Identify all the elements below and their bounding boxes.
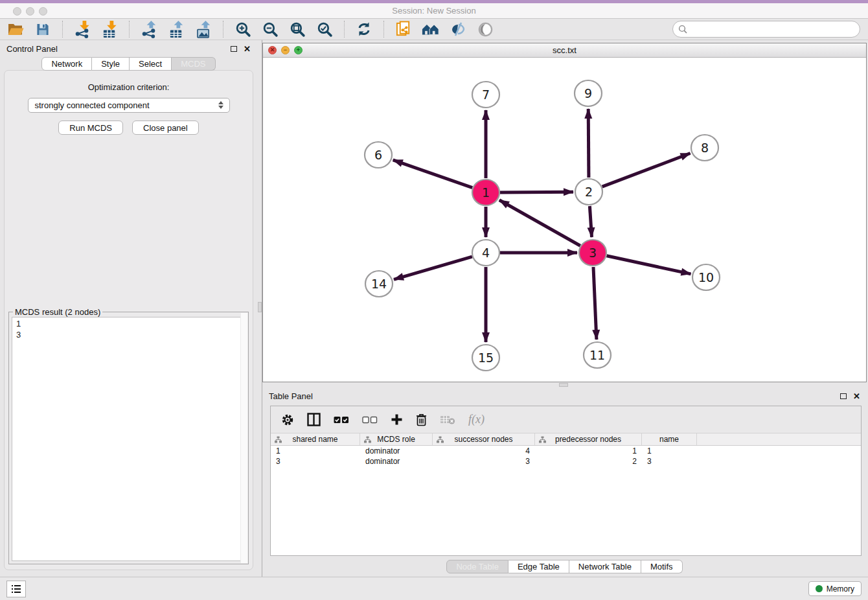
export-image-button[interactable] — [194, 20, 212, 38]
export-network-button[interactable] — [140, 20, 158, 38]
graph-node-6[interactable]: 6 — [365, 142, 392, 168]
graph-edge-3-1[interactable] — [499, 200, 580, 246]
graph-edge-4-14[interactable] — [394, 257, 472, 279]
select-all-columns-button[interactable] — [334, 412, 349, 428]
duplicate-network-button[interactable] — [394, 20, 413, 38]
splitter-handle[interactable] — [559, 383, 568, 387]
home-button[interactable] — [422, 20, 440, 38]
zoom-selected-button[interactable] — [315, 20, 334, 38]
float-panel-icon[interactable] — [840, 393, 847, 399]
graph-node-15[interactable]: 15 — [472, 345, 499, 371]
memory-button[interactable]: Memory — [808, 581, 862, 596]
table-panel-box: f(x) shared nameMCDS rolesuccessor nodes… — [270, 406, 862, 556]
tab-network[interactable]: Network — [41, 57, 92, 71]
column-header-predecessor-nodes[interactable]: predecessor nodes — [535, 433, 642, 445]
graph-node-2[interactable]: 2 — [575, 179, 602, 205]
deselect-all-columns-button[interactable] — [362, 412, 378, 428]
open-session-button[interactable] — [6, 20, 25, 38]
graph-edge-2-9[interactable] — [588, 109, 589, 178]
network-zoom-button[interactable]: + — [294, 46, 303, 54]
import-table-button[interactable] — [100, 20, 119, 38]
zoom-in-button[interactable] — [234, 20, 252, 38]
table-cell[interactable]: 3 — [271, 456, 360, 467]
close-panel-button[interactable]: Close panel — [132, 121, 199, 135]
table-cell[interactable]: 1 — [271, 446, 360, 456]
import-network-button[interactable] — [73, 20, 91, 38]
minimize-window-button[interactable] — [26, 7, 34, 16]
tab-style[interactable]: Style — [92, 57, 130, 71]
tab-select[interactable]: Select — [130, 57, 172, 71]
column-header-shared-name[interactable]: shared name — [271, 433, 360, 445]
horizontal-splitter[interactable] — [262, 382, 867, 387]
show-columns-button[interactable] — [307, 412, 321, 428]
unchecked-boxes-icon — [362, 416, 378, 424]
tab-motifs[interactable]: Motifs — [641, 560, 683, 573]
toggle-panels-button[interactable] — [449, 20, 467, 38]
run-mcds-button[interactable]: Run MCDS — [58, 121, 123, 135]
graph-edge-2-8[interactable] — [602, 154, 691, 187]
column-header-name[interactable]: name — [642, 433, 697, 445]
column-header-mcds-role[interactable]: MCDS role — [360, 433, 433, 445]
zoom-fit-button[interactable] — [288, 20, 306, 38]
graph-edge-3-10[interactable] — [607, 256, 691, 274]
tab-edge-table[interactable]: Edge Table — [508, 560, 569, 573]
search-input[interactable] — [672, 21, 860, 38]
close-panel-icon[interactable]: ✕ — [853, 392, 860, 400]
delete-row-button[interactable] — [416, 412, 427, 428]
export-table-button[interactable] — [167, 20, 185, 38]
svg-text:6: 6 — [374, 148, 382, 162]
function-builder-button[interactable]: f(x) — [468, 412, 485, 428]
graph-node-8[interactable]: 8 — [691, 135, 718, 161]
float-panel-icon[interactable] — [231, 46, 237, 52]
graph-node-1[interactable]: 1 — [472, 179, 499, 205]
network-minimize-button[interactable]: − — [281, 46, 290, 54]
tab-network-table[interactable]: Network Table — [569, 560, 641, 573]
network-canvas[interactable]: 7968124314101511 — [263, 58, 866, 382]
table-cell[interactable]: 1 — [535, 446, 642, 456]
memory-status-icon — [816, 585, 823, 592]
graph-edge-2-3[interactable] — [589, 206, 591, 237]
graph-edge-3-11[interactable] — [593, 267, 597, 340]
table-cell[interactable]: 1 — [642, 446, 697, 456]
vertical-splitter[interactable] — [257, 40, 262, 577]
add-row-button[interactable] — [391, 412, 403, 428]
delete-table-button[interactable] — [440, 412, 455, 428]
task-history-button[interactable] — [6, 581, 26, 597]
table-cell[interactable]: dominator — [360, 456, 433, 467]
graph-node-11[interactable]: 11 — [584, 342, 611, 368]
graph-edge-1-6[interactable] — [393, 160, 473, 188]
mcds-result-text[interactable]: 13 — [12, 317, 246, 561]
table-cell[interactable]: 3 — [433, 456, 535, 467]
graph-node-14[interactable]: 14 — [365, 271, 393, 297]
table-row[interactable]: 3dominator323 — [271, 456, 861, 467]
table-cell[interactable]: dominator — [360, 446, 433, 456]
zoom-out-button[interactable] — [261, 20, 279, 38]
table-cell[interactable]: 3 — [642, 456, 697, 467]
tab-mcds[interactable]: MCDS — [172, 57, 215, 71]
save-session-button[interactable] — [34, 20, 52, 38]
close-panel-icon[interactable]: ✕ — [244, 45, 251, 53]
close-window-button[interactable] — [13, 7, 21, 16]
splitter-handle[interactable] — [258, 302, 262, 312]
table-row[interactable]: 1dominator411 — [271, 446, 861, 456]
graph-node-10[interactable]: 10 — [692, 264, 720, 290]
criterion-select[interactable]: strongly connected component — [28, 98, 230, 113]
graph-node-9[interactable]: 9 — [575, 80, 602, 106]
tab-node-table[interactable]: Node Table — [446, 560, 508, 573]
sort-hierarchy-icon — [539, 436, 546, 443]
network-close-button[interactable]: ✕ — [268, 46, 277, 54]
table-cell[interactable]: 4 — [433, 446, 535, 456]
graph-node-4[interactable]: 4 — [472, 240, 499, 266]
refresh-button[interactable] — [355, 20, 373, 38]
graph-node-3[interactable]: 3 — [579, 240, 606, 266]
preview-button[interactable] — [476, 20, 494, 38]
memory-label: Memory — [827, 584, 854, 594]
graph-edge-1-2[interactable] — [500, 192, 573, 192]
table-settings-button[interactable] — [281, 412, 294, 428]
network-window-titlebar[interactable]: ✕ − + scc.txt — [263, 43, 866, 58]
table-cell[interactable]: 2 — [535, 456, 642, 467]
result-scrollbar[interactable] — [240, 313, 247, 563]
graph-node-7[interactable]: 7 — [472, 82, 499, 108]
maximize-window-button[interactable] — [39, 7, 47, 16]
column-header-successor-nodes[interactable]: successor nodes — [433, 433, 535, 445]
